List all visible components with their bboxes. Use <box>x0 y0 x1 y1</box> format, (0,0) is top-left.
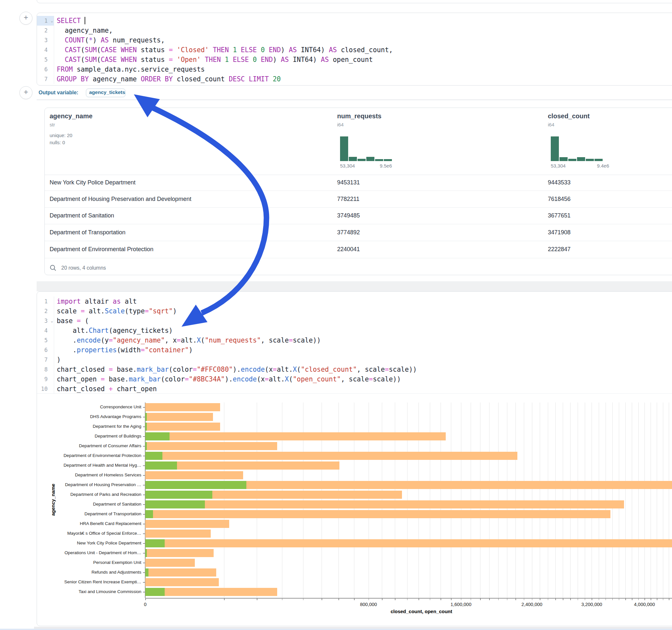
arrow-head-top <box>134 94 160 117</box>
arrow-head-bottom <box>182 305 208 327</box>
annotation-arrow <box>0 0 672 630</box>
notebook-page: { "notebook": { "add_button_label": "+",… <box>0 0 672 630</box>
